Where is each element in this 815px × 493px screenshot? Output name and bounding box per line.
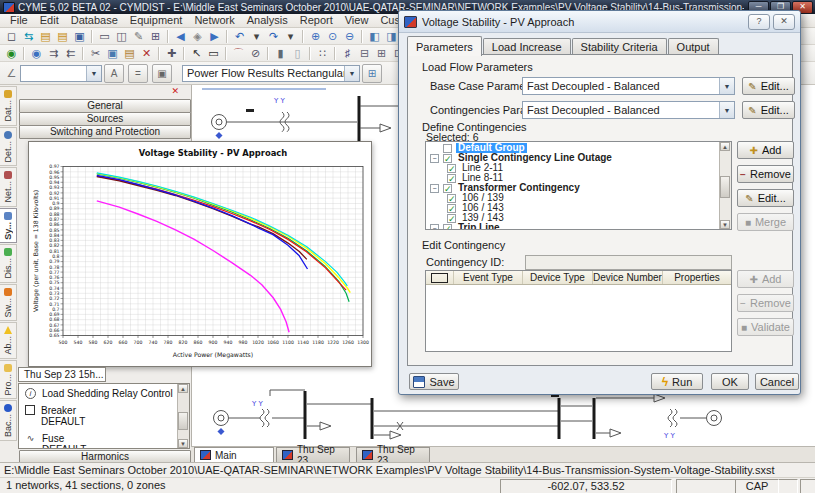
chevron-down-icon[interactable]: ▼ [719,102,734,118]
contingency-tree[interactable]: Default Group−✓Single Contingency Line O… [425,141,732,230]
phases-icon[interactable]: ♯ [339,46,356,61]
select-region-icon[interactable]: ▭ [205,46,222,61]
locate-icon[interactable]: ◈ [189,29,206,44]
run-button[interactable]: ϟ Run [651,373,703,390]
background-globe-rail-tab[interactable]: Bac... [0,400,17,441]
display-rail-tab[interactable]: Dis... [0,244,17,283]
chart-window-tab[interactable]: Thu Sep 23 15h... [18,367,106,382]
add-node-icon[interactable]: ◉ [3,46,20,61]
validate-event-button[interactable]: ■ Validate [737,318,794,336]
help-icon[interactable]: ? [748,14,770,30]
remove-contingency-button[interactable]: − Remove [737,165,794,183]
section-sources[interactable]: Sources [19,112,191,126]
warning-rail-tab[interactable]: Ab... [0,322,17,359]
tab-main[interactable]: Main [194,447,274,462]
menu-report[interactable]: Report [294,14,339,27]
edit-base-case-button[interactable]: ✎ Edit... [742,77,795,95]
device-list-scrollbar[interactable]: ▲ ▼ [177,384,189,448]
zoom-in-icon[interactable]: ⊕ [307,29,324,44]
dropdown-icon[interactable]: ▾ [248,29,265,44]
dialog-titlebar[interactable]: Voltage Stability - PV Approach ? ✕ [399,11,800,33]
system-window-rail-tab[interactable]: Sy... [0,208,17,244]
collapse-icon[interactable]: − [430,184,439,193]
quick-search-combo[interactable]: ▼ [20,65,102,82]
tree-item-label[interactable]: Trip Line [456,223,502,230]
bars-dark-icon[interactable]: ▮ [272,46,289,61]
line-style-icon[interactable]: = [128,64,148,83]
tab-parameters[interactable]: Parameters [407,36,482,56]
event-table[interactable]: Event Type Device Type Device Number Pro… [425,270,732,352]
search-rail-tab[interactable]: Det... [0,127,17,167]
open-folder-icon[interactable]: ▤ [37,29,54,44]
menu-equipment[interactable]: Equipment [124,14,189,27]
device-item[interactable]: iLoad Shedding Relay Control [19,384,189,401]
save-icon[interactable]: ▣ [71,29,88,44]
merge-right-icon[interactable]: ⇉ [45,46,62,61]
menu-analysis[interactable]: Analysis [241,14,294,27]
save-button[interactable]: Save [409,373,459,390]
checked-checkbox-icon[interactable]: ✓ [443,224,452,231]
report-grid-icon[interactable]: ⊞ [147,29,164,44]
checked-checkbox-icon[interactable]: ✓ [447,174,456,183]
checked-checkbox-icon[interactable]: ✓ [447,214,456,223]
insert-node-icon[interactable]: ◉ [28,46,45,61]
contingency-id-input[interactable] [525,255,732,270]
display-mode-combo[interactable]: Power Flow Results Rectangular▼ [182,65,360,82]
tree-row[interactable]: −✓Trip Line [426,223,720,230]
checked-checkbox-icon[interactable]: ✓ [447,164,456,173]
checked-checkbox-icon[interactable]: ✓ [443,154,452,163]
delete-icon[interactable]: ✕ [138,46,155,61]
ok-button[interactable]: OK [711,373,749,390]
remove-event-button[interactable]: − Remove [737,294,794,312]
merge-left-icon[interactable]: ⇇ [62,46,79,61]
summary-icon[interactable]: ⊞ [373,46,390,61]
add-contingency-button[interactable]: ✚ Add [737,141,794,159]
section-general[interactable]: General [19,99,191,113]
tag-mode-icon[interactable]: ∠ [3,66,20,81]
scroll-up-icon[interactable]: ▲ [178,384,188,393]
dropdown-icon[interactable]: ▾ [282,29,299,44]
new-window-icon[interactable]: ⊞ [362,64,382,83]
collapse-icon[interactable]: − [430,154,439,163]
column-device-type[interactable]: Device Type [523,271,593,284]
grid-snap-icon[interactable]: ∷ [314,46,331,61]
project-folder-rail-tab[interactable]: Pro... [0,360,17,400]
redo-icon[interactable]: ↷ [265,29,282,44]
edit-contingencies-button[interactable]: ✎ Edit... [742,101,795,119]
cancel-button[interactable]: Cancel [755,373,799,390]
bars-light-icon[interactable]: ▯ [289,46,306,61]
menu-file[interactable]: File [4,14,34,27]
contingencies-combo[interactable]: Fast Decoupled - Balanced▼ [522,101,735,119]
chevron-down-icon[interactable]: ▼ [344,66,359,81]
undo-icon[interactable]: ↶ [231,29,248,44]
print-icon[interactable]: ▭ [96,29,113,44]
cut-icon[interactable]: ✂ [87,46,104,61]
menu-view[interactable]: View [339,14,375,27]
device-item[interactable]: BreakerDEFAULT [19,401,189,429]
base-case-combo[interactable]: Fast Decoupled - Balanced▼ [522,77,735,95]
column-properties[interactable]: Properties [663,271,731,284]
forward-arrow-icon[interactable]: ▶ [206,29,223,44]
switch-gear-rail-tab[interactable]: Sw... [0,284,17,322]
scroll-down-icon[interactable]: ▼ [178,439,188,448]
one-line-icon[interactable]: ⊟ [356,46,373,61]
dialog-close-icon[interactable]: ✕ [773,14,795,30]
column-event-type[interactable]: Event Type [454,271,523,284]
select-info-icon[interactable]: ↖ [188,46,205,61]
add-event-button[interactable]: ✚ Add [737,270,794,288]
unchecked-checkbox-icon[interactable] [443,144,452,153]
scroll-down-icon[interactable]: ▼ [720,220,730,229]
device-item[interactable]: ∿FuseDEFAULT [19,429,189,449]
menu-edit[interactable]: Edit [34,14,65,27]
move-icon[interactable]: ✚ [163,46,180,61]
scroll-up-icon[interactable]: ▲ [720,142,730,151]
section-switching-protection[interactable]: Switching and Protection [19,125,191,139]
scrollbar-thumb[interactable] [178,412,188,430]
font-icon[interactable]: A [104,64,124,83]
swap-arrows-icon[interactable]: ⇆ [20,29,37,44]
checked-checkbox-icon[interactable]: ✓ [447,204,456,213]
tab-chart-1[interactable]: Thu Sep 23... [276,447,350,462]
checked-checkbox-icon[interactable]: ✓ [447,194,456,203]
checked-checkbox-icon[interactable]: ✓ [443,184,452,193]
back-arrow-icon[interactable]: ◀ [172,29,189,44]
